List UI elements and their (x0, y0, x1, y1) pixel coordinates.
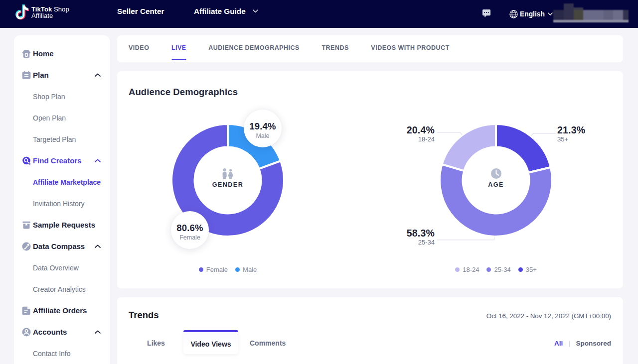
sidebar-item-targeted-plan[interactable]: Targeted Plan (14, 128, 110, 150)
find-creators-icon (21, 156, 31, 166)
trends-tab-comments[interactable]: Comments (250, 339, 283, 347)
sample-requests-icon (21, 220, 31, 230)
tab-video[interactable]: VIDEO (129, 44, 149, 51)
tiktok-shop-affiliate-logo[interactable]: TikTok Shop Affiliate (15, 4, 69, 20)
male-callout: 19.4% Male (244, 110, 282, 147)
filter-sponsored[interactable]: Sponsored (576, 340, 611, 347)
gender-icon (222, 168, 234, 179)
clock-icon (491, 168, 501, 179)
globe-icon (509, 10, 518, 18)
sidebar-item-accounts[interactable]: Accounts (14, 321, 110, 343)
filter-all[interactable]: All (554, 340, 563, 347)
page-body: Home Plan Shop Plan Open Plan Targeted P… (0, 28, 638, 364)
chevron-down-icon (548, 12, 553, 16)
age-25-34-label: 58.3% 25-34 (407, 230, 435, 246)
legend-item-25-34[interactable]: 25-34 (486, 266, 510, 273)
age-35-label: 21.3% 35+ (557, 126, 585, 143)
top-bar: TikTok Shop Affiliate Seller Center Affi… (0, 0, 638, 28)
content-tabs: VIDEO LIVE AUDIENCE DEMOGRAPHICS TRENDS … (117, 35, 623, 62)
sidebar-item-affiliate-orders[interactable]: Affiliate Orders (14, 300, 110, 321)
sidebar-item-sample-requests[interactable]: Sample Requests (14, 214, 110, 236)
data-compass-icon (21, 242, 31, 251)
sidebar-item-plan[interactable]: Plan (14, 64, 110, 86)
tab-live[interactable]: LIVE (171, 44, 186, 51)
redacted-account-info (553, 3, 629, 22)
age-18-24-label: 20.4% 18-24 (407, 126, 435, 143)
trends-tab-likes[interactable]: Likes (145, 339, 167, 347)
sidebar-item-creator-analytics[interactable]: Creator Analytics (14, 278, 110, 300)
chevron-up-icon[interactable] (95, 159, 101, 162)
sidebar-item-data-overview[interactable]: Data Overview (14, 257, 110, 278)
tab-trends[interactable]: TRENDS (321, 44, 348, 51)
audience-demographics-card: Audience Demographics GENDER 19.4% Male … (117, 71, 623, 288)
sidebar-item-contact-info[interactable]: Contact Info (14, 343, 110, 364)
sidebar-item-find-creators[interactable]: Find Creators (14, 150, 110, 171)
tab-audience-demographics[interactable]: AUDIENCE DEMOGRAPHICS (208, 44, 300, 51)
chat-icon[interactable] (482, 9, 491, 18)
accounts-icon (21, 327, 31, 337)
female-callout: 80.6% Female (171, 211, 209, 249)
filter-separator: | (569, 340, 570, 347)
gender-legend: Female Male (113, 264, 342, 275)
sidebar-item-shop-plan[interactable]: Shop Plan (14, 86, 110, 107)
chevron-up-icon[interactable] (95, 244, 101, 248)
legend-item-male[interactable]: Male (235, 266, 257, 273)
trends-tab-video-views[interactable]: Video Views (183, 330, 238, 354)
legend-item-18-24[interactable]: 18-24 (455, 266, 479, 273)
sidebar: Home Plan Shop Plan Open Plan Targeted P… (14, 35, 110, 364)
sidebar-item-data-compass[interactable]: Data Compass (14, 236, 110, 257)
chevron-up-icon[interactable] (95, 73, 101, 77)
language-selector[interactable]: English (509, 0, 555, 28)
age-chart-center: AGE (461, 168, 531, 188)
logo-text: TikTok Shop Affiliate (31, 6, 69, 19)
sidebar-item-invitation-history[interactable]: Invitation History (14, 193, 110, 214)
legend-item-female[interactable]: Female (199, 266, 228, 273)
gender-chart-center: GENDER (193, 168, 263, 188)
sidebar-item-open-plan[interactable]: Open Plan (14, 107, 110, 128)
sidebar-item-home[interactable]: Home (14, 43, 110, 64)
date-range: Oct 16, 2022 - Nov 12, 2022 (GMT+00:00) (486, 312, 611, 320)
home-icon (21, 49, 31, 59)
trends-card: Trends Oct 16, 2022 - Nov 12, 2022 (GMT+… (117, 297, 623, 364)
sidebar-item-affiliate-marketplace[interactable]: Affiliate Marketplace (14, 171, 110, 193)
active-tab-top-bar (183, 330, 238, 332)
chevron-down-icon (253, 9, 258, 13)
tab-videos-with-product[interactable]: VIDEOS WITH PRODUCT (371, 44, 449, 51)
nav-affiliate-guide[interactable]: Affiliate Guide (194, 0, 258, 22)
section-title: Audience Demographics (129, 87, 238, 98)
tiktok-note-icon (15, 4, 29, 20)
nav-seller-center[interactable]: Seller Center (117, 0, 164, 22)
active-tab-underline (171, 59, 186, 61)
age-legend: 18-24 25-34 35+ (381, 264, 611, 275)
section-title: Trends (129, 310, 159, 321)
affiliate-orders-icon (21, 306, 31, 316)
chevron-up-icon[interactable] (95, 330, 101, 334)
plan-icon (21, 70, 31, 80)
legend-item-35[interactable]: 35+ (518, 266, 537, 273)
